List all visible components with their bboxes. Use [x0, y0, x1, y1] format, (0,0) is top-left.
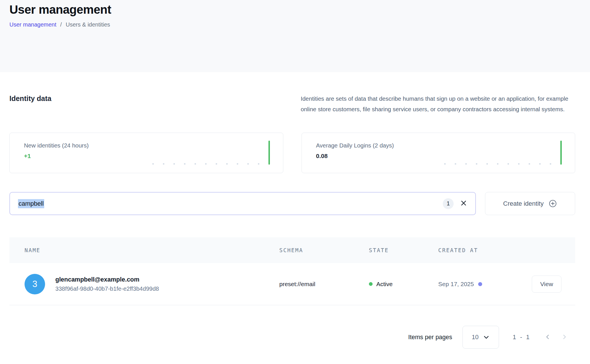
page-size-value: 10: [472, 334, 479, 341]
state-active-dot-icon: [369, 282, 373, 286]
identity-uuid: 338f96af-98d0-40b7-b1fe-e2ff3b4d99d8: [55, 285, 159, 292]
stat-value: 0.08: [316, 153, 328, 159]
page-title: User management: [9, 3, 575, 17]
row-actions: View: [532, 276, 575, 293]
table-row: 3 glencampbell@example.com 338f96af-98d0…: [9, 263, 575, 305]
stat-card-average-daily-logins: Average Daily Logins (2 days) 0.08: [302, 133, 575, 173]
identity-name-lines: glencampbell@example.com 338f96af-98d0-4…: [55, 276, 159, 292]
column-header-schema: SCHEMA: [279, 247, 369, 253]
page-range: 1 - 1: [513, 334, 531, 341]
chevron-down-icon: [483, 334, 490, 341]
stat-label: Average Daily Logins (2 days): [316, 142, 394, 149]
identities-table: NAME SCHEMA STATE CREATED AT 3 glencampb…: [9, 237, 575, 305]
breadcrumb-current: Users & identities: [66, 21, 110, 28]
clear-search-button[interactable]: [460, 199, 467, 208]
sparkline-chart: [152, 141, 270, 165]
column-header-name: NAME: [9, 247, 279, 253]
identity-created-at: Sep 17, 2025: [438, 281, 532, 288]
state-label: Active: [376, 281, 393, 288]
previous-page-button[interactable]: [544, 333, 551, 341]
created-at-dot-icon: [478, 282, 482, 286]
main-content: Identity data Identities are sets of dat…: [0, 93, 590, 349]
page-size-select[interactable]: 10: [462, 326, 499, 349]
close-icon: [460, 199, 467, 208]
stat-value: +1: [24, 153, 31, 159]
identity-data-intro: Identity data Identities are sets of dat…: [9, 93, 575, 114]
result-count-badge: 1: [443, 198, 454, 209]
created-at-date: Sep 17, 2025: [438, 281, 474, 288]
identity-email: glencampbell@example.com: [55, 276, 159, 283]
chevron-right-icon: [561, 333, 568, 341]
stat-card-new-identities: New identities (24 hours) +1: [9, 133, 283, 173]
identity-schema: preset://email: [279, 281, 369, 288]
view-button[interactable]: View: [532, 276, 561, 293]
breadcrumb-separator: /: [60, 21, 62, 28]
next-page-button[interactable]: [561, 333, 568, 341]
table-header-row: NAME SCHEMA STATE CREATED AT: [9, 237, 575, 263]
search-input-suffix: 1: [443, 198, 467, 209]
stat-label: New identities (24 hours): [24, 142, 89, 149]
pagination-bar: Items per pages 10 1 - 1: [9, 326, 575, 349]
column-header-state: STATE: [369, 247, 438, 253]
create-identity-label: Create identity: [503, 200, 544, 207]
breadcrumb-link-user-management[interactable]: User management: [9, 21, 56, 28]
stat-cards: New identities (24 hours) +1 Average Dai…: [9, 133, 575, 173]
section-description: Identities are sets of data that describ…: [301, 93, 575, 114]
search-input[interactable]: campbell 1: [9, 192, 476, 215]
avatar: 3: [25, 274, 45, 294]
sparkline-chart: [444, 141, 562, 165]
items-per-page-label: Items per pages: [408, 334, 452, 341]
section-heading: Identity data: [9, 93, 301, 114]
breadcrumb: User management / Users & identities: [9, 21, 575, 28]
search-toolbar: campbell 1 Create identity: [9, 192, 575, 215]
column-header-created-at: CREATED AT: [438, 247, 532, 253]
identity-name-cell: 3 glencampbell@example.com 338f96af-98d0…: [9, 274, 279, 294]
chevron-left-icon: [544, 333, 551, 341]
identity-state: Active: [369, 281, 438, 288]
search-input-value[interactable]: campbell: [18, 199, 44, 208]
create-identity-button[interactable]: Create identity: [485, 192, 575, 215]
page-header: User management User management / Users …: [0, 0, 590, 72]
plus-circle-icon: [549, 199, 557, 208]
